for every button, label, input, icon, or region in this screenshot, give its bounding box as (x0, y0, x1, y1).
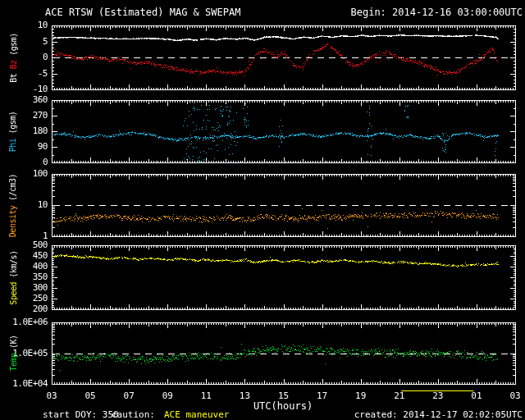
x-tick-label: 09 (156, 390, 179, 401)
x-tick-label: 17 (311, 390, 334, 401)
x-tick-label: 07 (117, 390, 140, 401)
panel-ylabel-segment: Speed (9, 282, 18, 305)
x-tick-label: 05 (79, 390, 102, 401)
panel-ylabel-segment: (gsm) (9, 111, 18, 138)
x-tick-label: 15 (272, 390, 295, 401)
x-tick-label: 11 (194, 390, 217, 401)
panel-ylabel-segment: (/cm3) (9, 173, 18, 205)
chart-canvas (0, 0, 525, 420)
panel-ylabel-mag-bt-bz: Bt Bz (gsm) (2, 25, 24, 89)
panel-ylabel-swepam-density: Density (/cm3) (2, 174, 24, 236)
x-tick-label: 03 (504, 390, 525, 401)
panel-ylabel-swepam-temp: Temp (K) (2, 322, 24, 384)
x-tick-label: 23 (427, 390, 450, 401)
ace-rtsw-plot-window: ACE RTSW (Estimated) MAG & SWEPAM Begin:… (0, 0, 525, 420)
panel-ylabel-segment: Bt (9, 69, 18, 83)
footer-created-timestamp: created: 2014-12-17 02:02:05UTC (354, 409, 523, 420)
page-title: ACE RTSW (Estimated) MAG & SWEPAM (45, 7, 240, 18)
panel-ylabel-mag-phi: Phi (gsm) (2, 100, 24, 162)
panel-ylabel-segment: (gsm) (9, 33, 18, 60)
footer-start-doy: start DOY: 350 (43, 409, 119, 420)
panel-ylabel-segment: (K) (9, 335, 18, 353)
panel-ylabel-segment: (km/s) (9, 250, 18, 282)
x-tick-label: 21 (388, 390, 411, 401)
panel-ylabel-segment: Phi (9, 138, 18, 152)
x-tick-label: 19 (349, 390, 372, 401)
begin-timestamp: Begin: 2014-12-16 03:00:00UTC (350, 7, 523, 18)
footer-caution-value: ACE maneuver (164, 409, 229, 420)
panel-ylabel-segment: Temp (9, 354, 18, 372)
panel-ylabel-segment: Density (9, 205, 18, 237)
panel-ylabel-swepam-speed: Speed (km/s) (2, 245, 24, 309)
panel-ylabel-segment: Bz (9, 60, 18, 69)
x-tick-label: 01 (465, 390, 488, 401)
x-tick-label: 03 (40, 390, 63, 401)
x-tick-label: 13 (233, 390, 256, 401)
footer-caution-label: caution: (112, 409, 155, 420)
